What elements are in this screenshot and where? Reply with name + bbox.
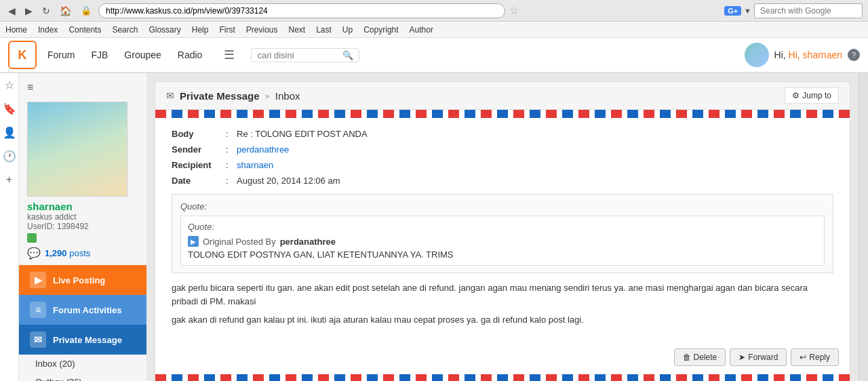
user-id: UserID: 1398492 bbox=[27, 222, 138, 231]
menu-glossary[interactable]: Glossary bbox=[149, 25, 180, 35]
bookmark-button[interactable]: ☆ bbox=[509, 4, 519, 17]
date-label: Date bbox=[172, 176, 226, 186]
recipient-colon: : bbox=[226, 160, 237, 170]
hamburger-icon[interactable]: ☰ bbox=[224, 47, 235, 62]
nav-groupee[interactable]: Groupee bbox=[124, 49, 161, 60]
menu-first[interactable]: First bbox=[219, 25, 235, 35]
nav-fjb[interactable]: FJB bbox=[91, 49, 108, 60]
search-bar-wrapper: G+ ▼ bbox=[724, 3, 863, 18]
posts-icon: 💬 bbox=[27, 247, 41, 260]
private-message-icon: ✉ bbox=[30, 332, 46, 348]
avatar bbox=[745, 43, 769, 67]
menu-help[interactable]: Help bbox=[192, 25, 209, 35]
forum-activities-label: Forum Activities bbox=[53, 305, 121, 315]
msg-field-sender: Sender : perdanathree bbox=[172, 144, 833, 155]
content-area: ✉ Private Message » Inbox ⚙ Jump to Body… bbox=[146, 73, 859, 381]
left-icon-user[interactable]: 👤 bbox=[3, 126, 16, 139]
help-icon[interactable]: ? bbox=[848, 49, 860, 61]
pm-subtitle: Inbox bbox=[275, 90, 300, 102]
sidebar-item-live-posting[interactable]: ▶ Live Posting bbox=[19, 265, 146, 295]
nav-links: Forum FJB Groupee Radio ☰ 🔍 bbox=[47, 47, 745, 62]
msg-field-body: Body : Re : TOLONG EDIT POST ANDA bbox=[172, 129, 833, 139]
site-search-input[interactable] bbox=[257, 50, 338, 60]
jump-to-button[interactable]: ⚙ Jump to bbox=[785, 87, 839, 104]
reload-button[interactable]: ↻ bbox=[39, 4, 53, 18]
left-icon-clock[interactable]: 🕐 bbox=[3, 150, 16, 163]
bottom-stripe-border bbox=[155, 374, 850, 382]
body-colon: : bbox=[226, 129, 237, 139]
msg-field-date: Date : August 20, 2014 12:06 am bbox=[172, 176, 833, 186]
forward-button[interactable]: ➤ Forward bbox=[730, 348, 787, 366]
sidebar-item-forum-activities[interactable]: ≡ Forum Activities bbox=[19, 295, 146, 325]
quote-text: TOLONG EDIT POSTNYA GAN, LIAT KETENTUANN… bbox=[188, 249, 817, 260]
menu-author[interactable]: Author bbox=[410, 25, 433, 35]
posts-link[interactable]: 1,290 posts bbox=[45, 248, 90, 258]
back-button[interactable]: ◀ bbox=[5, 4, 18, 18]
forward-icon: ➤ bbox=[738, 353, 745, 362]
user-online-status bbox=[27, 233, 37, 243]
username-link[interactable]: sharnaen bbox=[27, 201, 138, 212]
search-engine-logo[interactable]: G+ bbox=[724, 6, 741, 16]
address-bar[interactable] bbox=[98, 3, 505, 18]
left-icons-strip: ☆ 🔖 👤 🕐 + bbox=[0, 73, 19, 381]
search-dropdown-arrow[interactable]: ▼ bbox=[744, 7, 751, 15]
top-stripe-border bbox=[155, 110, 850, 118]
recipient-label: Recipient bbox=[172, 160, 226, 170]
home-button[interactable]: 🏠 bbox=[57, 4, 74, 18]
user-title: kaskus addict bbox=[27, 212, 138, 222]
menu-up[interactable]: Up bbox=[342, 25, 353, 35]
sidebar-item-private-message[interactable]: ✉ Private Message bbox=[19, 325, 146, 355]
quote-inner: Quote: ▶ Original Posted By perdanathree… bbox=[180, 216, 825, 266]
sender-link[interactable]: perdanathree bbox=[237, 144, 289, 155]
date-colon: : bbox=[226, 176, 237, 186]
reply-label: Reply bbox=[809, 353, 830, 362]
scrollbar[interactable] bbox=[859, 73, 868, 381]
quote-by: Original Posted By bbox=[203, 237, 276, 247]
posts-label: posts bbox=[69, 248, 90, 258]
sidebar: ≡ sharnaen kaskus addict UserID: 1398492… bbox=[19, 73, 146, 381]
left-icon-bookmark[interactable]: 🔖 bbox=[3, 102, 16, 115]
user-card: sharnaen kaskus addict UserID: 1398492 💬… bbox=[19, 96, 146, 265]
menu-copyright[interactable]: Copyright bbox=[363, 25, 398, 35]
menu-search[interactable]: Search bbox=[112, 25, 138, 35]
user-posts: 💬 1,290 posts bbox=[27, 247, 138, 260]
delete-label: Delete bbox=[694, 353, 717, 362]
menu-previous[interactable]: Previous bbox=[246, 25, 278, 35]
quote-inner-label: Quote: bbox=[188, 222, 817, 232]
jump-to-label: Jump to bbox=[802, 91, 831, 100]
sidebar-toggle[interactable]: ≡ bbox=[19, 79, 146, 96]
kaskus-logo[interactable]: K bbox=[8, 41, 37, 69]
left-icon-star[interactable]: ☆ bbox=[5, 79, 14, 92]
quote-author: perdanathree bbox=[280, 237, 336, 247]
recipient-value: sharnaen bbox=[237, 160, 273, 170]
forward-button[interactable]: ▶ bbox=[22, 4, 35, 18]
pm-header-left: ✉ Private Message » Inbox bbox=[166, 90, 300, 102]
browser-toolbar: ◀ ▶ ↻ 🏠 🔒 ☆ G+ ▼ bbox=[0, 0, 868, 22]
delete-icon: 🗑 bbox=[683, 353, 691, 362]
date-value: August 20, 2014 12:06 am bbox=[237, 176, 340, 186]
nav-radio[interactable]: Radio bbox=[178, 49, 203, 60]
live-posting-icon: ▶ bbox=[30, 272, 46, 288]
menu-index[interactable]: Index bbox=[38, 25, 58, 35]
search-icon[interactable]: 🔍 bbox=[342, 50, 353, 60]
browser-search-input[interactable] bbox=[754, 3, 863, 18]
sidebar-sub-outbox[interactable]: Outbox (26) bbox=[19, 373, 146, 381]
menu-contents[interactable]: Contents bbox=[68, 25, 101, 35]
body-label: Body bbox=[172, 129, 226, 139]
body-value: Re : TOLONG EDIT POST ANDA bbox=[237, 129, 368, 139]
left-icon-plus[interactable]: + bbox=[6, 174, 12, 186]
quote-outer-label: Quote: bbox=[180, 201, 825, 212]
delete-button[interactable]: 🗑 Delete bbox=[674, 348, 726, 366]
reply-button[interactable]: ↩ Reply bbox=[791, 348, 839, 366]
user-area: Hi, Hi, sharnaen ? bbox=[745, 43, 860, 67]
msg-field-recipient: Recipient : sharnaen bbox=[172, 160, 833, 170]
msg-text-2: gak akan di refund gan kalau pt ini. iku… bbox=[172, 313, 833, 327]
menu-home[interactable]: Home bbox=[5, 25, 27, 35]
menu-last[interactable]: Last bbox=[316, 25, 332, 35]
menu-next[interactable]: Next bbox=[288, 25, 305, 35]
sidebar-sub-inbox[interactable]: Inbox (20) bbox=[19, 355, 146, 373]
nav-forum[interactable]: Forum bbox=[47, 49, 75, 60]
username-header-link[interactable]: Hi, sharnaen bbox=[789, 49, 842, 60]
user-greeting: Hi, Hi, sharnaen bbox=[774, 49, 842, 60]
recipient-link[interactable]: sharnaen bbox=[237, 160, 273, 170]
